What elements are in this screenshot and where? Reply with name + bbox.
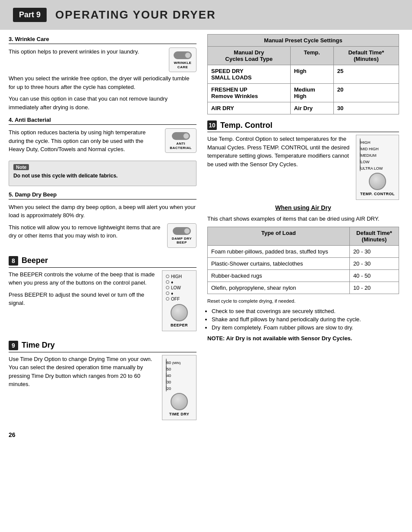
air-dry-heading: When using Air Dry [207,204,399,211]
note-text: Do not use this cycle with delicate fabr… [13,172,192,180]
air-dry-table: Type of Load Default Time*(Minutes) Foam… [207,227,399,294]
wrinkle-care-button: WRINKLE CARE [169,48,196,72]
anti-bacterial-button: ANTI BACTERIAL [165,128,196,153]
timedry-diagram: 60 (MIN) 50 40 30 20 TIME DRY [162,355,196,420]
section9-num: 9 [9,341,18,350]
page-header: Part 9 OPERATING YOUR DRYER [0,0,412,30]
list-item: Check to see that coverings are securely… [212,308,399,314]
section8-num: 8 [9,256,18,266]
air-time-2: 20 - 30 [349,257,399,269]
section9-header: 9 Time Dry [9,341,196,352]
section5-p1: When you select the damp dry beep option… [9,203,196,220]
section3-p3: You can use this option in case that you… [9,95,196,111]
temp-diagram: HIGH MID HIGH MEDIUM LOW ULTRA LOW TEMP.… [356,135,399,200]
section8-content: HIGH ♦ LOW ♦ OFF BEEPER The BEEPER contr… [9,270,196,335]
part-badge: Part 9 [13,8,47,22]
preset-time-2: 20 [333,84,399,102]
preset-temp-2: MediumHigh [290,84,333,102]
timedry-knob [171,393,188,410]
list-item: Shake and fluff pillows by hand periodic… [212,316,399,323]
preset-col3: Default Time*(Minutes) [333,47,399,65]
reset-note: Reset cycle to complete drying, if neede… [207,298,399,305]
damp-dry-button: DAMP DRY BEEP [167,223,196,248]
section9-title: Time Dry [22,341,55,350]
section4-header: 4. Anti Bacterial [9,117,196,125]
right-column: Manual Preset Cycle Settings Manual DryC… [203,30,403,428]
section3-content: WRINKLE CARE This option helps to preven… [9,48,196,74]
section3-header: 3. Wrinkle Care [9,36,196,44]
timedry-label: TIME DRY [166,412,193,416]
table-row: AIR DRY Air Dry 30 [208,102,399,114]
table-row: SPEED DRYSMALL LOADS High 25 [208,65,399,84]
section10-header: 10 Temp. Control [207,120,399,132]
table-row: Olefin, polypropylene, shear nylon 10 - … [208,282,399,294]
section5-header: 5. Damp Dry Beep [9,191,196,200]
section9-content: 60 (MIN) 50 40 30 20 TIME DRY Use Time D… [9,355,196,424]
air-dry-intro: This chart shows examples of items that … [207,215,399,223]
radio-med-high [166,280,169,284]
timedry-knob-container: TIME DRY [166,393,193,416]
radio-low [166,286,169,289]
left-column: 3. Wrinkle Care WRINKLE CARE This option… [4,30,203,428]
section10-content: HIGH MID HIGH MEDIUM LOW ULTRA LOW TEMP.… [207,135,399,200]
beeper-knob [171,304,188,321]
section3-p1: This option helps to prevent wrinkles in… [9,48,196,56]
temp-knob-container: TEMP. CONTROL [360,173,395,196]
temp-options: HIGH MID HIGH MEDIUM LOW ULTRA LOW [360,139,395,171]
table-row: Foam rubber-pillows, padded bras, stuffe… [208,245,399,257]
radio-off [166,297,169,301]
beeper-knob-container: BEEPER [166,304,193,327]
air-type-3: Rubber-backed rugs [208,269,350,282]
section8-header: 8 Beeper [9,256,196,268]
preset-type-1: SPEED DRYSMALL LOADS [208,65,291,84]
table-row: FRESHEN UPRemove Wrinkles MediumHigh 20 [208,84,399,102]
beeper-diagram: HIGH ♦ LOW ♦ OFF BEEPER [162,270,196,331]
preset-col2: Temp. [290,47,333,65]
beeper-options: HIGH ♦ LOW ♦ OFF [166,274,193,301]
preset-type-2: FRESHEN UPRemove Wrinkles [208,84,291,102]
preset-type-3: AIR DRY [208,102,291,114]
beeper-label: BEEPER [166,323,193,327]
section5-content: DAMP DRY BEEP This notice will allow you… [9,223,196,250]
air-type-2: Plastic-Shower curtains, tableclothes [208,257,350,269]
preset-temp-3: Air Dry [290,102,333,114]
temp-label: TEMP. CONTROL [360,192,395,196]
preset-time-1: 25 [333,65,399,84]
preset-table: Manual Preset Cycle Settings Manual DryC… [207,34,399,114]
preset-table-title: Manual Preset Cycle Settings [208,35,399,47]
timedry-options: 60 (MIN) 50 40 30 20 [166,359,193,391]
air-col1: Type of Load [208,227,350,245]
note-box: Note Do not use this cycle with delicate… [9,161,196,186]
preset-col1: Manual DryCycles Load Type [208,47,291,65]
note-label: Note [13,164,29,170]
air-type-1: Foam rubber-pillows, padded bras, stuffe… [208,245,350,257]
section3-p2: When you select the wrinkle free option,… [9,74,196,91]
bullet-list: Check to see that coverings are securely… [212,308,399,331]
air-time-3: 40 - 50 [349,269,399,282]
temp-knob [369,173,386,190]
page-number: 26 [0,428,412,440]
radio-high [166,275,169,278]
list-item: Dry item completely. Foam rubber pillows… [212,324,399,331]
table-row: Plastic-Shower curtains, tableclothes 20… [208,257,399,269]
bottom-note: NOTE: Air Dry is not available with Sens… [207,334,399,343]
section4-content: ANTI BACTERIAL This option reduces bacte… [9,128,196,157]
air-type-4: Olefin, polypropylene, shear nylon [208,282,350,294]
radio-med-low [166,291,169,295]
section8-title: Beeper [22,256,48,265]
section10-title: Temp. Control [220,121,273,130]
air-col2: Default Time*(Minutes) [349,227,399,245]
table-row: Rubber-backed rugs 40 - 50 [208,269,399,282]
page-title: OPERATING YOUR DRYER [55,8,216,22]
air-time-4: 10 - 20 [349,282,399,294]
air-time-1: 20 - 30 [349,245,399,257]
preset-time-3: 30 [333,102,399,114]
preset-temp-1: High [290,65,333,84]
section10-num: 10 [207,120,217,130]
